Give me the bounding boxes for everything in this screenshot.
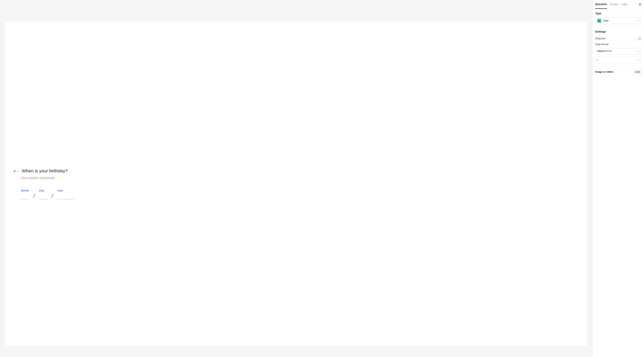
tab-question[interactable]: Question <box>595 0 607 9</box>
date-year-field[interactable]: Year <box>57 189 74 199</box>
date-month-field[interactable]: Month <box>21 189 29 199</box>
type-select-left: Date <box>597 19 608 23</box>
date-day-underline <box>39 195 48 199</box>
date-format-select-left: MMDDYYYY <box>597 50 612 53</box>
tab-design[interactable]: Design <box>610 0 618 9</box>
date-separator-select-left: / <box>597 59 598 62</box>
question-header-row: 4 → When is your birthday? <box>14 168 579 174</box>
editor-canvas: 4 → When is your birthday? Description (… <box>0 0 592 357</box>
settings-section-title: Settings <box>595 30 641 33</box>
type-select[interactable]: Date <box>595 17 641 24</box>
type-section: Type Date <box>592 9 644 27</box>
date-format-select[interactable]: MMDDYYYY <box>595 48 641 54</box>
required-toggle[interactable] <box>636 37 641 40</box>
required-row: Required <box>595 36 641 43</box>
date-separator-value: / <box>597 59 598 62</box>
date-separator-select[interactable]: / <box>595 57 641 63</box>
type-select-value: Date <box>603 19 608 22</box>
date-day-field[interactable]: Day <box>39 189 48 199</box>
question-description-input[interactable]: Description (optional) <box>21 176 579 180</box>
tab-logic[interactable]: Logic <box>621 0 628 9</box>
chevron-down-icon <box>637 50 639 53</box>
chevron-down-icon <box>637 19 639 22</box>
date-year-underline <box>57 195 74 199</box>
date-month-underline <box>21 195 29 199</box>
date-year-label: Year <box>57 189 74 192</box>
gear-icon[interactable] <box>638 3 641 6</box>
date-format-value: MMDDYYYY <box>597 50 612 53</box>
add-media-button[interactable]: Add <box>634 70 641 74</box>
date-month-label: Month <box>21 189 29 192</box>
calendar-icon <box>597 19 601 23</box>
panel-tabs: Question Design Logic <box>592 0 644 9</box>
type-section-title: Type <box>595 12 641 15</box>
date-day-label: Day <box>39 189 48 192</box>
chevron-down-icon <box>637 59 639 62</box>
date-fields: Month / Day / Year <box>21 189 579 199</box>
question-title-input[interactable]: When is your birthday? <box>22 168 68 174</box>
app-root: 4 → When is your birthday? Description (… <box>0 0 644 357</box>
question-number-value: 4 <box>14 169 16 173</box>
settings-section: Settings Required Date format MMDDYYYY / <box>592 27 644 67</box>
media-row: Image or video Add <box>595 70 641 74</box>
settings-panel: Question Design Logic Type Date <box>592 0 644 357</box>
arrow-right-icon: → <box>16 170 19 173</box>
question-number: 4 → <box>14 169 19 173</box>
question-card[interactable]: 4 → When is your birthday? Description (… <box>5 22 587 346</box>
media-label: Image or video <box>595 70 613 73</box>
date-format-label: Date format <box>595 43 641 46</box>
media-section: Image or video Add <box>592 67 644 77</box>
toggle-knob <box>636 37 638 40</box>
required-label: Required <box>595 37 606 40</box>
date-separator-2: / <box>52 193 53 199</box>
date-separator-1: / <box>34 193 35 199</box>
